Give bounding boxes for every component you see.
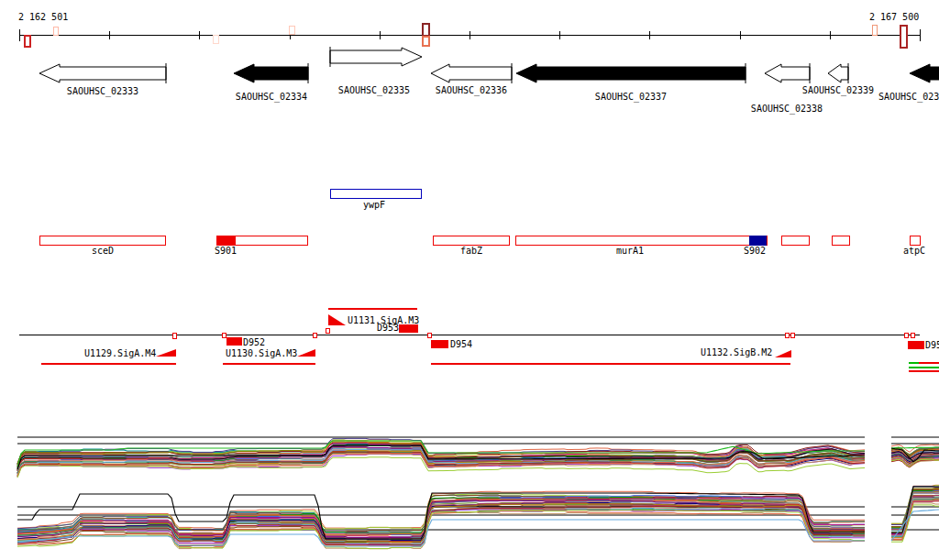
tss-span-line — [919, 362, 939, 364]
ruler-tick — [109, 31, 110, 39]
ruler-tick — [199, 31, 200, 39]
tss-anchor-box — [427, 333, 432, 338]
gene-label: SAOUHSC_02340 — [878, 92, 939, 102]
ruler-tick — [740, 31, 741, 39]
transcript-solid-segment — [216, 236, 236, 246]
transcript-box[interactable] — [781, 236, 810, 246]
reverse-strand-expression — [17, 485, 939, 548]
rna-end-box[interactable] — [908, 341, 924, 349]
gene-arrow[interactable] — [828, 64, 848, 82]
tss-anchor-box — [326, 328, 330, 334]
gene-arrow[interactable] — [234, 64, 308, 82]
ruler-marker[interactable] — [900, 25, 908, 49]
gene-label: SAOUHSC_02333 — [67, 86, 138, 96]
gene-arrow[interactable] — [39, 64, 166, 82]
gene-label: SAOUHSC_02338 — [751, 104, 823, 114]
tss-span-line — [431, 363, 790, 365]
transcript-label: S901 — [215, 246, 237, 256]
tss-flag[interactable] — [328, 314, 346, 325]
ruler-tick — [19, 29, 20, 41]
rna-end-box[interactable] — [226, 337, 242, 346]
tss-anchor-box — [790, 333, 795, 338]
tss-anchor-box — [904, 333, 909, 338]
tss-anchor-box — [222, 333, 226, 338]
gene-arrow[interactable] — [910, 64, 939, 82]
tss-span-line — [328, 308, 417, 310]
gene-arrow[interactable] — [330, 48, 422, 66]
browser-graphics — [0, 0, 939, 560]
tss-label: U1132.SigB.M2 — [701, 347, 772, 357]
ruler-marker[interactable] — [422, 23, 430, 37]
ruler-marker[interactable] — [289, 26, 295, 35]
gene-label: SAOUHSC_02337 — [595, 92, 667, 102]
tss-anchor-box — [172, 333, 177, 339]
transcript-box[interactable] — [39, 236, 166, 246]
transcript-label: murA1 — [616, 246, 644, 256]
ruler-tick — [470, 31, 470, 39]
gene-label: SAOUHSC_02334 — [236, 92, 307, 102]
transcript-label: fabZ — [460, 246, 482, 256]
tss-anchor-box — [313, 333, 317, 338]
ruler-marker[interactable] — [24, 35, 31, 48]
tss-label: D952 — [243, 337, 265, 347]
gene-label: SAOUHSC_02336 — [436, 85, 507, 95]
expression-curve — [17, 454, 939, 477]
tss-label: D953 — [377, 323, 399, 333]
ruler-marker[interactable] — [422, 36, 430, 47]
tss-anchor-box — [785, 333, 790, 338]
tss-label: U1129.SigA.M4 — [84, 348, 156, 358]
tss-flag[interactable] — [775, 350, 791, 357]
forward-strand-expression — [17, 437, 939, 478]
transcript-label: atpC — [903, 246, 925, 256]
gene-label: SAOUHSC_02339 — [802, 85, 874, 95]
transcript-box[interactable] — [433, 236, 510, 246]
rna-end-box[interactable] — [431, 340, 448, 348]
tss-flag[interactable] — [297, 349, 315, 357]
ruler-tick — [649, 31, 650, 39]
gene-arrow[interactable] — [516, 64, 746, 82]
tss-flag[interactable] — [156, 349, 176, 357]
ruler-tick — [830, 31, 831, 39]
tss-span-line — [909, 370, 939, 372]
tss-span-line — [223, 363, 315, 365]
tss-label: D955 — [925, 340, 939, 350]
ruler-end-coordinate: 2 167 500 — [869, 12, 919, 22]
tss-anchor-box — [911, 333, 915, 338]
rna-end-box[interactable] — [399, 324, 418, 333]
ruler-marker[interactable] — [872, 25, 878, 36]
transcript-box[interactable] — [749, 236, 767, 246]
ruler-marker[interactable] — [53, 27, 59, 36]
ruler-marker[interactable] — [213, 35, 219, 44]
transcript-box[interactable] — [910, 236, 921, 246]
gene-arrow[interactable] — [431, 64, 512, 82]
transcript-box[interactable] — [515, 236, 768, 246]
ruler-tick — [380, 31, 381, 39]
gene-label: SAOUHSC_02335 — [338, 85, 410, 95]
tss-span-line — [909, 362, 919, 364]
genome-browser-view: 2 162 501 2 167 500 SAOUHSC_02333SAOUHSC… — [0, 0, 939, 560]
tss-span-line — [909, 367, 939, 368]
transcript-box[interactable] — [832, 236, 850, 246]
ruler-tick — [920, 29, 921, 41]
tss-span-line — [41, 363, 176, 365]
ruler-tick — [559, 31, 560, 39]
tss-label: D954 — [450, 339, 472, 349]
gene-track — [39, 47, 939, 83]
gene-arrow[interactable] — [765, 64, 810, 82]
ruler-start-coordinate: 2 162 501 — [18, 12, 68, 22]
transcript-label: ywpF — [363, 200, 385, 210]
tss-label: U1130.SigA.M3 — [226, 348, 297, 358]
transcript-label: S902 — [744, 246, 766, 256]
transcript-box[interactable] — [330, 189, 422, 199]
transcript-label: sceD — [92, 246, 114, 256]
